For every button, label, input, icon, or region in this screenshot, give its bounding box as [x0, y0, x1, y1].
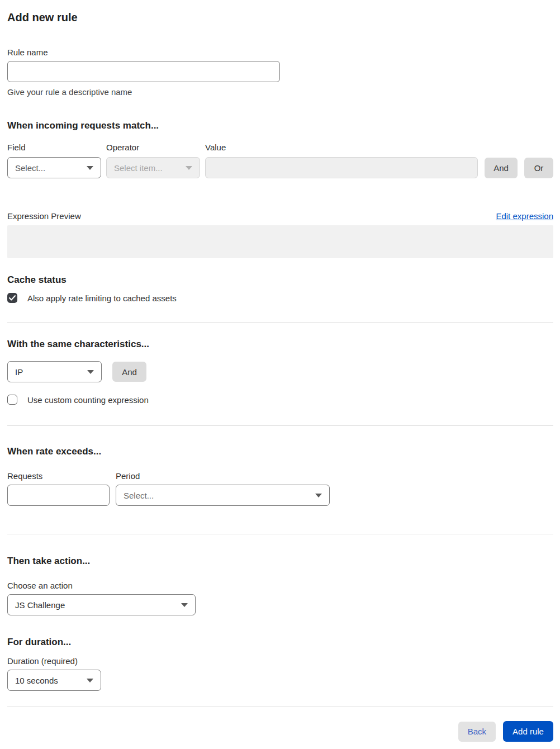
divider: [7, 322, 553, 323]
requests-input[interactable]: [7, 485, 110, 506]
chevron-down-icon: [87, 166, 93, 170]
field-select-value: Select...: [15, 163, 45, 173]
page-title: Add new rule: [7, 10, 553, 25]
characteristics-and-button[interactable]: And: [112, 362, 146, 382]
characteristics-select-value: IP: [15, 367, 23, 377]
period-select[interactable]: Select...: [116, 485, 330, 506]
cache-status-checkbox[interactable]: [7, 293, 17, 303]
and-button[interactable]: And: [485, 158, 518, 178]
operator-select[interactable]: Select item...: [106, 157, 200, 178]
requests-label: Requests: [7, 471, 116, 481]
action-heading: Then take action...: [7, 555, 553, 567]
chevron-down-icon: [87, 679, 93, 682]
duration-heading: For duration...: [7, 636, 553, 648]
action-select-value: JS Challenge: [15, 600, 65, 610]
chevron-down-icon: [315, 494, 322, 497]
rate-heading: When rate exceeds...: [7, 445, 553, 458]
match-section-heading: When incoming requests match...: [7, 120, 553, 132]
characteristics-select[interactable]: IP: [7, 361, 102, 382]
field-select[interactable]: Select...: [7, 157, 101, 178]
divider: [7, 534, 553, 534]
custom-counting-checkbox[interactable]: [7, 395, 17, 405]
edit-expression-link[interactable]: Edit expression: [496, 211, 553, 221]
expression-preview-box: [7, 225, 553, 258]
checkmark-icon: [9, 295, 16, 301]
custom-counting-checkbox-label: Use custom counting expression: [27, 395, 149, 405]
cache-status-checkbox-label: Also apply rate limiting to cached asset…: [27, 293, 177, 303]
operator-select-value: Select item...: [114, 163, 163, 173]
back-button[interactable]: Back: [458, 722, 496, 742]
rule-name-label: Rule name: [7, 47, 553, 58]
rule-name-input[interactable]: [7, 61, 280, 82]
divider: [7, 425, 553, 426]
field-label: Field: [7, 142, 106, 153]
action-select[interactable]: JS Challenge: [7, 594, 196, 615]
value-input[interactable]: [205, 157, 478, 178]
duration-label: Duration (required): [7, 656, 553, 666]
duration-select[interactable]: 10 seconds: [7, 670, 101, 691]
cache-status-heading: Cache status: [7, 274, 553, 286]
add-rule-button[interactable]: Add rule: [503, 721, 553, 742]
characteristics-heading: With the same characteristics...: [7, 338, 553, 350]
divider: [7, 707, 553, 707]
chevron-down-icon: [186, 166, 192, 170]
chevron-down-icon: [181, 603, 188, 607]
value-label: Value: [205, 142, 226, 153]
operator-label: Operator: [106, 142, 205, 153]
expression-preview-label: Expression Preview: [7, 211, 81, 221]
add-rule-form: Add new rule Rule name Give your rule a …: [0, 10, 560, 742]
chevron-down-icon: [87, 370, 94, 374]
choose-action-label: Choose an action: [7, 580, 553, 591]
period-select-value: Select...: [124, 491, 154, 500]
rule-name-helper: Give your rule a descriptive name: [7, 87, 553, 97]
period-label: Period: [116, 471, 140, 481]
or-button[interactable]: Or: [524, 158, 553, 178]
duration-select-value: 10 seconds: [15, 676, 58, 685]
